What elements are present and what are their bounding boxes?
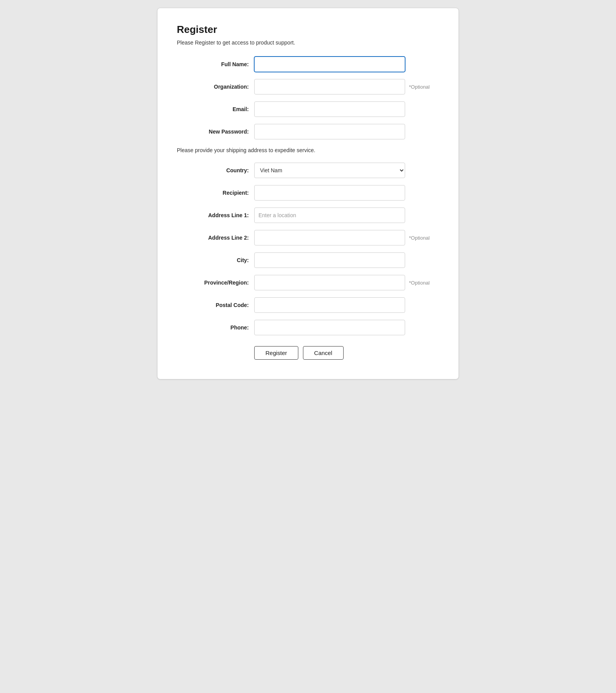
register-form-container: Register Please Register to get access t… [157,8,459,379]
postal-input[interactable] [254,297,405,313]
shipping-section-text: Please provide your shipping address to … [177,147,439,153]
page-title: Register [177,24,439,36]
province-input[interactable] [254,275,405,290]
city-label: City: [177,257,254,263]
organization-input[interactable] [254,79,405,94]
email-label: Email: [177,106,254,112]
register-button[interactable]: Register [254,346,298,360]
phone-label: Phone: [177,324,254,331]
organization-label: Organization: [177,84,254,90]
postal-label: Postal Code: [177,302,254,308]
address1-label: Address Line 1: [177,212,254,218]
country-row: Country: Viet Nam United States United K… [177,163,439,178]
password-row: New Password: [177,124,439,139]
full-name-input[interactable] [254,57,405,72]
full-name-row: Full Name: [177,57,439,72]
city-input[interactable] [254,252,405,268]
province-optional: *Optional [409,280,429,286]
button-row: Register Cancel [254,346,439,360]
address2-label: Address Line 2: [177,235,254,241]
recipient-input[interactable] [254,185,405,201]
phone-row: Phone: [177,320,439,335]
province-row: Province/Region: *Optional [177,275,439,290]
city-row: City: [177,252,439,268]
email-row: Email: [177,101,439,117]
organization-optional: *Optional [409,84,429,90]
phone-input[interactable] [254,320,405,335]
country-label: Country: [177,167,254,173]
province-label: Province/Region: [177,280,254,286]
cancel-button[interactable]: Cancel [303,346,344,360]
address2-optional: *Optional [409,235,429,241]
email-input[interactable] [254,101,405,117]
address2-input[interactable] [254,230,405,245]
password-input[interactable] [254,124,405,139]
full-name-label: Full Name: [177,61,254,67]
country-select[interactable]: Viet Nam United States United Kingdom Ca… [254,163,405,178]
address2-row: Address Line 2: *Optional [177,230,439,245]
address1-row: Address Line 1: [177,208,439,223]
address1-input[interactable] [254,208,405,223]
password-label: New Password: [177,129,254,135]
recipient-row: Recipient: [177,185,439,201]
page-subtitle: Please Register to get access to product… [177,39,439,46]
postal-row: Postal Code: [177,297,439,313]
recipient-label: Recipient: [177,190,254,196]
organization-row: Organization: *Optional [177,79,439,94]
